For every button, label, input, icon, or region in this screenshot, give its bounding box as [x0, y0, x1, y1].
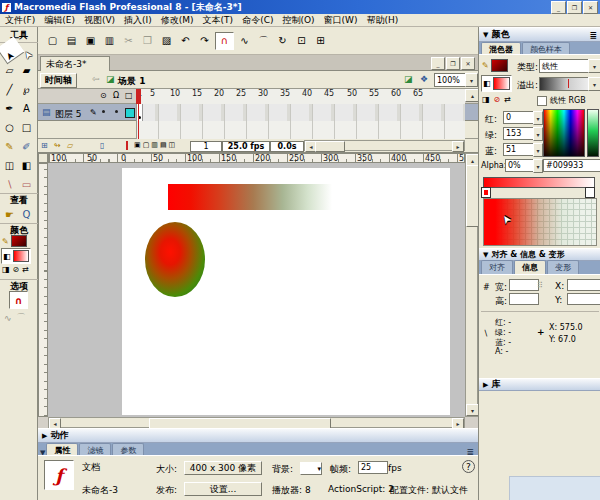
edit-scene-icon[interactable]: ◪ — [404, 74, 413, 84]
gradient-rectangle-shape[interactable] — [168, 184, 332, 210]
stage-v-scrollbar[interactable]: ▴ ▾ — [465, 153, 478, 417]
line-tool[interactable]: ╱ — [1, 80, 18, 99]
brush-tool[interactable]: ✐ — [18, 137, 35, 156]
red-input[interactable]: 0 — [503, 111, 537, 124]
pencil-tool[interactable]: ✎ — [1, 137, 18, 156]
insert-layer-folder-icon[interactable]: ▱ — [67, 141, 73, 150]
menu-item[interactable]: 窗口(W) — [324, 14, 358, 27]
layer-outline-color-swatch[interactable] — [125, 108, 135, 118]
gradient-definition-bar[interactable] — [483, 177, 595, 188]
info-panel-tab[interactable]: 对齐 — [481, 260, 513, 274]
pen-tool[interactable]: ✒ — [1, 99, 18, 118]
edit-symbols-icon[interactable]: ❖ — [420, 74, 428, 84]
minimize-button[interactable]: _ — [551, 1, 566, 14]
doc-close-button[interactable]: ✕ — [461, 57, 475, 70]
menu-item[interactable]: 控制(O) — [282, 14, 314, 27]
menu-item[interactable]: 帮助(H) — [366, 14, 398, 27]
overflow-select[interactable]: ▾ — [539, 77, 600, 91]
gradient-stop-left[interactable] — [481, 187, 491, 198]
library-panel-header[interactable]: ▶ 库 — [479, 378, 600, 391]
size-button[interactable]: 400 x 300 像素 — [184, 461, 262, 475]
scene-name[interactable]: 场景 1 — [118, 75, 145, 88]
cut-icon[interactable]: ✂ — [120, 33, 137, 49]
snap-to-objects-icon[interactable]: ∩ — [9, 291, 28, 309]
mixer-swap-colors-icon[interactable]: ⇄ — [504, 95, 511, 104]
doc-restore-button[interactable]: ❐ — [446, 57, 460, 70]
snap-icon[interactable]: ∩ — [215, 32, 234, 50]
straighten-option-icon[interactable]: ⌒ — [17, 311, 26, 324]
x-input[interactable] — [567, 279, 600, 291]
background-color-swatch[interactable]: ▾ — [300, 462, 322, 475]
undo-icon[interactable]: ↶ — [177, 33, 194, 49]
onion-outline-icon[interactable]: ▥ — [151, 141, 158, 149]
new-icon[interactable]: ▢ — [44, 33, 61, 49]
red-spinner-icon[interactable]: ▾ — [533, 111, 543, 125]
close-button[interactable]: ✕ — [583, 1, 598, 14]
default-colors-icon[interactable]: ◨ — [2, 265, 10, 274]
gradient-stop-right[interactable] — [585, 187, 595, 198]
delete-layer-trash-icon[interactable]: ▯ — [100, 141, 104, 150]
info-panel-tab[interactable]: 信息 — [514, 260, 546, 274]
redo-icon[interactable]: ↷ — [196, 33, 213, 49]
mixer-stroke-pencil-icon[interactable]: ✎ — [482, 61, 489, 70]
no-color-icon[interactable]: ⊘ — [13, 265, 20, 274]
color-panel-menu-icon[interactable]: ≣ — [589, 30, 597, 40]
menu-item[interactable]: 文件(F) — [5, 14, 35, 27]
timeline-toggle-button[interactable]: 时间轴 — [40, 73, 77, 88]
swap-colors-icon[interactable]: ⇄ — [22, 265, 29, 274]
zoom-dropdown-arrow-icon[interactable]: ▾ — [465, 73, 478, 87]
playhead-marker[interactable] — [136, 89, 141, 104]
free-transform-tool[interactable]: ▱ — [1, 61, 18, 80]
eyedropper-tool[interactable]: ∖ — [1, 175, 18, 194]
help-icon[interactable]: ? — [462, 460, 475, 473]
gradient-transform-tool[interactable]: ▰ — [18, 61, 35, 80]
paste-icon[interactable]: ▨ — [158, 33, 175, 49]
lock-layers-icon[interactable]: Ω — [113, 91, 119, 100]
restore-button[interactable]: ❐ — [567, 1, 582, 14]
stage-h-scrollbar[interactable]: ◂ ▸ — [48, 417, 465, 428]
layer-row[interactable]: ▤ 图层 5 ✎ — [38, 104, 478, 121]
rotate-icon[interactable]: ↻ — [274, 33, 291, 49]
insert-layer-icon[interactable]: ⊞ — [41, 141, 48, 150]
rectangle-tool[interactable]: □ — [18, 118, 35, 137]
y-input[interactable] — [567, 293, 600, 305]
timeline-frame-ruler[interactable]: 15101520253035404550556065 — [136, 89, 465, 104]
hand-tool[interactable]: ☛ — [1, 205, 18, 224]
mixer-fill-swatch[interactable] — [493, 77, 510, 90]
layer-name[interactable]: 图层 5 — [55, 108, 82, 121]
paint-bucket-tool[interactable]: ◧ — [18, 156, 35, 175]
zoom-select[interactable]: 100% ▾ — [434, 73, 478, 87]
registration-icon[interactable]: # — [483, 283, 490, 292]
hex-input[interactable]: #009933 — [543, 159, 600, 172]
mixer-stroke-swatch[interactable] — [491, 59, 508, 72]
menu-item[interactable]: 插入(I) — [124, 14, 152, 27]
height-input[interactable] — [509, 293, 539, 305]
brightness-slider[interactable] — [587, 109, 599, 157]
lasso-tool[interactable]: ℘ — [18, 80, 35, 99]
gradient-preview[interactable]: ➤ — [483, 198, 597, 246]
show-hide-layers-icon[interactable]: ⊙ — [100, 91, 107, 100]
modify-markers-icon[interactable]: ◫ — [169, 141, 176, 149]
color-panel-header[interactable]: ▼ 颜色 ≣ — [479, 27, 600, 42]
type-dropdown-icon[interactable]: ▾ — [588, 59, 600, 73]
stage[interactable] — [122, 168, 450, 415]
timeline-scroll-thumb[interactable] — [315, 141, 345, 152]
timeline-h-scrollbar[interactable]: ◂ ▸ — [304, 140, 465, 151]
info-panel-tab[interactable]: 变形 — [547, 260, 579, 274]
ink-bottle-tool[interactable]: ◫ — [1, 156, 18, 175]
outline-layers-icon[interactable]: □ — [125, 91, 133, 100]
current-frame-field[interactable]: 1 — [190, 141, 222, 152]
color-picker-area[interactable] — [543, 109, 585, 157]
blue-spinner-icon[interactable]: ▾ — [533, 143, 543, 157]
menu-item[interactable]: 编辑(E) — [44, 14, 75, 27]
edit-multiple-frames-icon[interactable]: ▤ — [160, 141, 167, 149]
text-tool[interactable]: A — [18, 99, 35, 118]
linear-rgb-checkbox[interactable] — [537, 96, 547, 106]
oval-tool[interactable]: ○ — [1, 118, 18, 137]
green-spinner-icon[interactable]: ▾ — [533, 127, 543, 141]
alpha-spinner-icon[interactable]: ▾ — [533, 159, 543, 173]
fill-color-swatch[interactable] — [13, 250, 29, 262]
gradient-oval-shape[interactable] — [145, 222, 205, 297]
publish-settings-button[interactable]: 设置... — [184, 482, 262, 496]
smooth-icon[interactable]: ∿ — [236, 33, 253, 49]
